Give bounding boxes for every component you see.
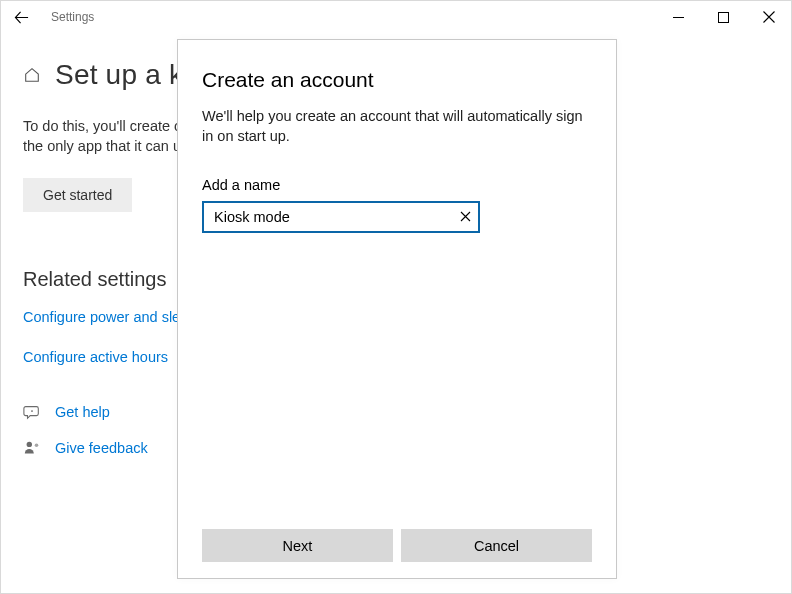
name-input-wrap — [202, 201, 480, 233]
name-field-label: Add a name — [202, 177, 592, 193]
maximize-icon — [718, 12, 729, 23]
dialog-title: Create an account — [202, 68, 592, 92]
window-title: Settings — [51, 10, 94, 24]
link-get-help[interactable]: Get help — [55, 404, 110, 420]
close-icon — [763, 11, 775, 23]
x-icon — [460, 211, 471, 222]
feedback-icon — [23, 439, 41, 457]
svg-point-3 — [35, 444, 39, 448]
titlebar: Settings — [1, 1, 791, 33]
maximize-button[interactable] — [701, 1, 746, 33]
get-started-button[interactable]: Get started — [23, 178, 132, 212]
link-configure-power[interactable]: Configure power and sle — [23, 309, 180, 325]
name-input[interactable] — [202, 201, 480, 233]
svg-rect-0 — [719, 12, 729, 22]
minimize-icon — [673, 12, 684, 23]
svg-point-1 — [32, 411, 33, 412]
minimize-button[interactable] — [656, 1, 701, 33]
titlebar-left: Settings — [5, 1, 94, 33]
arrow-left-icon — [14, 10, 29, 25]
settings-window: Settings Set — [0, 0, 792, 594]
clear-input-button[interactable] — [456, 208, 474, 226]
link-give-feedback[interactable]: Give feedback — [55, 440, 148, 456]
cancel-button[interactable]: Cancel — [401, 529, 592, 562]
chat-help-icon — [23, 403, 41, 421]
dialog-footer: Next Cancel — [202, 529, 592, 562]
close-button[interactable] — [746, 1, 791, 33]
next-button[interactable]: Next — [202, 529, 393, 562]
dialog-description: We'll help you create an account that wi… — [202, 106, 592, 147]
svg-point-2 — [27, 442, 32, 447]
back-button[interactable] — [5, 1, 37, 33]
window-controls — [656, 1, 791, 33]
link-configure-hours[interactable]: Configure active hours — [23, 349, 168, 365]
page-title: Set up a k — [55, 59, 183, 91]
create-account-dialog: Create an account We'll help you create … — [177, 39, 617, 579]
home-icon — [23, 66, 41, 84]
